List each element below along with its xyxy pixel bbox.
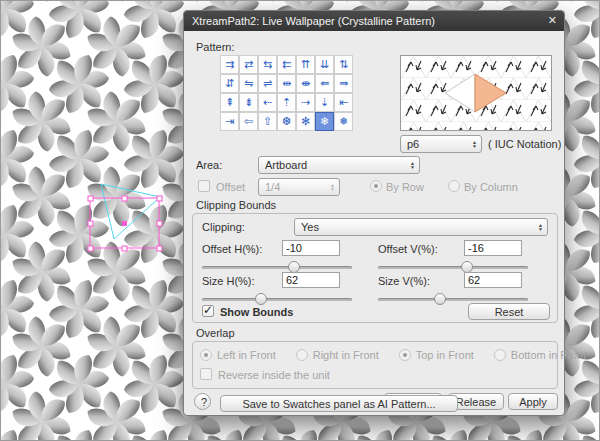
- clipping-label: Clipping:: [202, 221, 245, 233]
- check-icon: ✓: [203, 303, 213, 317]
- offset-label: Offset: [216, 181, 245, 193]
- pattern-cell[interactable]: ⇚: [315, 74, 334, 93]
- pattern-cell[interactable]: ⇋: [239, 74, 258, 93]
- overlap-option-label: Right in Front: [313, 349, 379, 361]
- size-v-field[interactable]: [464, 272, 522, 288]
- dialog-titlebar[interactable]: XtreamPath2: Live Wallpaper (Crystalline…: [184, 11, 564, 31]
- size-h-label: Size H(%):: [202, 275, 255, 287]
- size-h-field[interactable]: [282, 272, 340, 288]
- screenshot-frame: XtreamPath2: Live Wallpaper (Crystalline…: [0, 0, 600, 441]
- close-icon[interactable]: ✕: [548, 14, 557, 27]
- dropdown-arrows-icon: ▲▼: [330, 183, 335, 191]
- overlap-option[interactable]: Right in Front: [296, 349, 379, 361]
- overlap-title: Overlap: [196, 327, 235, 339]
- show-bounds-checkbox[interactable]: ✓: [202, 305, 214, 317]
- notation-value: p6: [407, 138, 472, 150]
- reverse-label: Reverse inside the unit: [218, 369, 330, 381]
- reset-button[interactable]: Reset: [468, 303, 550, 320]
- radio-icon[interactable]: [296, 349, 308, 361]
- dialog-title: XtreamPath2: Live Wallpaper (Crystalline…: [192, 15, 435, 27]
- offset-fraction-select[interactable]: 1/4 ▲▼: [258, 178, 340, 196]
- pattern-grid: ⇉⇄⇆⇇⇈⇊⇅⇵⇋⇌⇹⇼⇚⇛⇞⇟⇠⇡⇢⇣⇤⇥⇦⇧❆✻❄❅: [220, 55, 353, 131]
- by-row-label: By Row: [386, 181, 424, 193]
- overlap-option-label: Left in Front: [217, 349, 276, 361]
- pattern-cell[interactable]: ⇣: [315, 93, 334, 112]
- pattern-cell[interactable]: ⇈: [296, 55, 315, 74]
- overlap-option-label: Top in Front: [416, 349, 474, 361]
- pattern-cell[interactable]: ⇹: [277, 74, 296, 93]
- pattern-cell[interactable]: ⇢: [296, 93, 315, 112]
- by-row-radio[interactable]: [370, 180, 382, 192]
- pattern-cell[interactable]: ⇵: [220, 74, 239, 93]
- pattern-cell[interactable]: ⇄: [239, 55, 258, 74]
- overlap-option-label: Bottom in Front: [511, 349, 586, 361]
- size-h-slider[interactable]: [202, 293, 352, 305]
- size-v-label: Size V(%):: [378, 275, 430, 287]
- pattern-cell[interactable]: ⇧: [258, 112, 277, 131]
- pattern-cell[interactable]: ⇆: [258, 55, 277, 74]
- pattern-cell[interactable]: ⇤: [334, 93, 353, 112]
- offset-checkbox[interactable]: [198, 180, 210, 192]
- slider-thumb[interactable]: [434, 293, 446, 305]
- dropdown-arrows-icon: ▲▼: [538, 223, 543, 231]
- dropdown-arrows-icon: ▲▼: [472, 140, 477, 148]
- reverse-checkbox[interactable]: [200, 368, 212, 380]
- help-button[interactable]: ?: [194, 393, 211, 410]
- overlap-option[interactable]: Bottom in Front: [494, 349, 586, 361]
- notation-label: ( IUC Notation): [488, 138, 561, 150]
- offset-fraction-value: 1/4: [265, 181, 330, 193]
- pattern-cell[interactable]: ⇌: [258, 74, 277, 93]
- dropdown-arrows-icon: ▲▼: [410, 161, 415, 169]
- save-to-swatches-button[interactable]: Save to Swatches panel as AI Pattern...: [220, 395, 458, 412]
- clipping-bounds-title: Clipping Bounds: [196, 199, 276, 211]
- notation-select[interactable]: p6 ▲▼: [400, 135, 482, 153]
- pattern-cell[interactable]: ✻: [296, 112, 315, 131]
- pattern-cell[interactable]: ⇼: [296, 74, 315, 93]
- clipping-value: Yes: [301, 221, 538, 233]
- radio-icon[interactable]: [200, 349, 212, 361]
- overlap-options: Left in FrontRight in FrontTop in FrontB…: [200, 349, 586, 361]
- pattern-cell[interactable]: ⇡: [277, 93, 296, 112]
- pattern-cell[interactable]: ⇉: [220, 55, 239, 74]
- live-wallpaper-dialog: XtreamPath2: Live Wallpaper (Crystalline…: [183, 10, 565, 416]
- area-select[interactable]: Artboard ▲▼: [258, 156, 420, 174]
- clipping-select[interactable]: Yes ▲▼: [294, 218, 548, 236]
- overlap-option[interactable]: Top in Front: [399, 349, 474, 361]
- radio-icon[interactable]: [399, 349, 411, 361]
- area-value: Artboard: [265, 159, 410, 171]
- pattern-cell[interactable]: ⇅: [334, 55, 353, 74]
- offset-h-field[interactable]: [282, 240, 340, 256]
- by-column-label: By Column: [464, 181, 518, 193]
- pattern-cell[interactable]: ⇛: [334, 74, 353, 93]
- slider-thumb[interactable]: [255, 293, 267, 305]
- show-bounds-label: Show Bounds: [220, 306, 293, 318]
- radio-icon[interactable]: [494, 349, 506, 361]
- by-column-radio[interactable]: [448, 180, 460, 192]
- offset-v-label: Offset V(%):: [378, 243, 438, 255]
- area-label: Area:: [196, 159, 222, 171]
- overlap-option[interactable]: Left in Front: [200, 349, 276, 361]
- offset-v-field[interactable]: [464, 240, 522, 256]
- pattern-cell[interactable]: ❅: [334, 112, 353, 131]
- pattern-cell[interactable]: ❄: [315, 112, 334, 131]
- pattern-cell[interactable]: ⇦: [239, 112, 258, 131]
- apply-button[interactable]: Apply: [508, 393, 558, 410]
- pattern-cell[interactable]: ⇊: [315, 55, 334, 74]
- pattern-cell[interactable]: ⇟: [239, 93, 258, 112]
- pattern-cell[interactable]: ❆: [277, 112, 296, 131]
- offset-h-label: Offset H(%):: [202, 243, 262, 255]
- pattern-cell[interactable]: ⇠: [258, 93, 277, 112]
- pattern-cell[interactable]: ⇥: [220, 112, 239, 131]
- pattern-cell[interactable]: ⇇: [277, 55, 296, 74]
- pattern-label: Pattern:: [196, 41, 235, 53]
- pattern-preview: [400, 55, 552, 131]
- pattern-cell[interactable]: ⇞: [220, 93, 239, 112]
